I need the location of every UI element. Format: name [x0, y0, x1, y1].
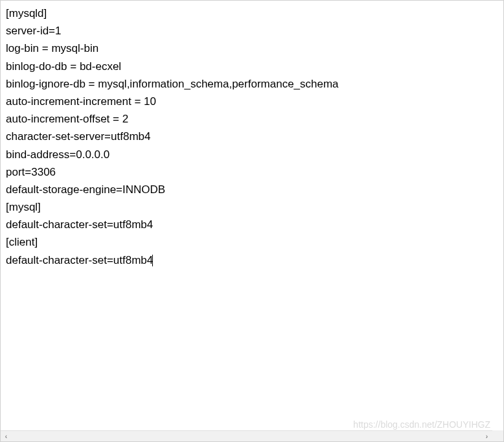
config-line: default-character-set=utf8mb4 [6, 251, 498, 269]
config-line: default-character-set=utf8mb4 [6, 216, 498, 233]
scroll-right-button[interactable]: › [481, 431, 492, 442]
config-line: [client] [6, 233, 498, 251]
config-line: character-set-server=utf8mb4 [6, 128, 498, 145]
config-line: server-id=1 [6, 22, 498, 40]
config-line: auto-increment-offset = 2 [6, 110, 498, 128]
text-editor-window: [mysqld] server-id=1 log-bin = mysql-bin… [0, 0, 504, 442]
config-line: binlog-ignore-db = mysql,information_sch… [6, 75, 498, 93]
config-line: log-bin = mysql-bin [6, 40, 498, 57]
scroll-left-button[interactable]: ‹ [1, 431, 12, 442]
config-line: [mysqld] [6, 5, 498, 22]
horizontal-scrollbar[interactable]: ‹ › [1, 430, 492, 441]
config-line: [mysql] [6, 198, 498, 216]
scroll-corner [492, 430, 503, 441]
config-line: bind-address=0.0.0.0 [6, 146, 498, 163]
config-line: binlog-do-db = bd-ecxel [6, 58, 498, 75]
text-cursor [152, 255, 153, 266]
editor-content[interactable]: [mysqld] server-id=1 log-bin = mysql-bin… [1, 1, 503, 430]
config-line: auto-increment-increment = 10 [6, 93, 498, 110]
config-line: port=3306 [6, 163, 498, 181]
config-line: default-storage-engine=INNODB [6, 181, 498, 198]
